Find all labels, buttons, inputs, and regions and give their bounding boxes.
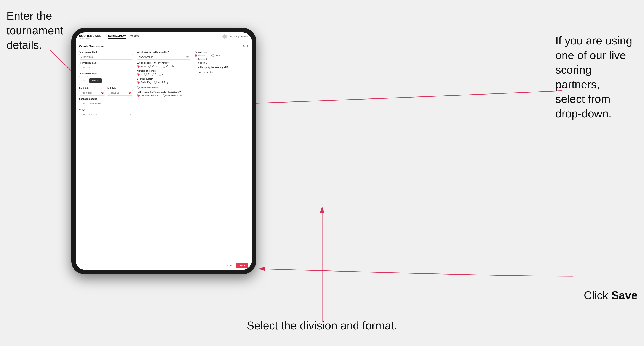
end-date-group: End date 📅 [107, 87, 133, 96]
format-6count5[interactable]: 6 count 5 [195, 61, 248, 64]
scoring-stroke-label: Stroke Play [140, 81, 152, 84]
format-label: Format type [195, 51, 248, 53]
rounds-4-radio[interactable] [159, 73, 161, 76]
gender-combined[interactable]: Combined [163, 65, 176, 68]
back-button[interactable]: ‹ Back [242, 45, 248, 47]
scoring-medal-match-label: Medal Match Play [140, 86, 158, 89]
rounds-4[interactable]: 4 [159, 73, 164, 76]
venue-label: Venue [79, 109, 133, 111]
division-select[interactable]: NCAA Division I [137, 54, 191, 60]
logo-text: SCOREBOARD [79, 34, 102, 37]
app-body: Create Tournament ‹ Back Tournament Host… [76, 41, 252, 261]
live-scoring-expand-icon[interactable]: ⁝ [246, 71, 246, 73]
rounds-3-radio[interactable] [152, 73, 154, 76]
end-date-wrapper: 📅 [107, 90, 133, 96]
annotation-bottom-right-bold: Save [611, 289, 638, 302]
format-6count5-radio[interactable] [195, 61, 197, 64]
format-5count4[interactable]: 5 count 4 [195, 54, 207, 57]
format-other-label: Other [215, 54, 220, 57]
gender-womens-label: Womens [152, 65, 160, 68]
rounds-group: Number of rounds 1 2 [137, 70, 191, 76]
live-scoring-group: Use third-party live scoring API? Leader… [195, 66, 248, 75]
format-6count4-radio[interactable] [195, 58, 197, 60]
annotation-top-right-text: If you are using one of our live scoring… [555, 34, 632, 120]
scoring-group: Scoring system Stroke Play Match Play [137, 78, 191, 89]
start-date-wrapper: 📅 [79, 90, 105, 96]
annotation-bottom-right: Click Save [584, 288, 638, 303]
team-group: Is this event for Teams and/or Individua… [137, 91, 191, 97]
sponsor-input[interactable] [79, 101, 133, 106]
form-col3: Format type 5 count 4 Other [195, 51, 248, 117]
tournament-name-input[interactable] [79, 65, 133, 70]
tournament-name-label: Tournament name [79, 62, 133, 64]
rounds-1[interactable]: 1 [137, 73, 142, 76]
division-group: Which division is the event for? NCAA Di… [137, 51, 191, 60]
rounds-2-radio[interactable] [144, 73, 147, 76]
tournament-host-label: Tournament Host [79, 51, 133, 53]
start-date-calendar-icon: 📅 [101, 92, 104, 94]
tournament-logo-group: Tournament logo Upload [79, 73, 133, 85]
scoring-medal-match-radio[interactable] [137, 86, 140, 89]
gender-womens[interactable]: Womens [148, 65, 160, 68]
rounds-2-label: 2 [148, 73, 149, 76]
app-header: SCOREBOARD Powered by clippit TOURNAMENT… [76, 32, 252, 41]
save-button[interactable]: Save [236, 263, 248, 268]
venue-input[interactable] [79, 112, 133, 117]
rounds-3[interactable]: 3 [152, 73, 156, 76]
end-date-label: End date [107, 87, 133, 89]
gender-womens-radio[interactable] [148, 65, 151, 68]
form-col2: Which division is the event for? NCAA Di… [137, 51, 191, 117]
nav-teams[interactable]: TEAMS [130, 34, 139, 39]
rounds-1-radio[interactable] [137, 73, 140, 76]
date-row: Start date 📅 End date 📅 [79, 87, 133, 96]
live-scoring-tag: Leaderboard King [197, 71, 214, 73]
live-scoring-controls: ✕ ⁝ [242, 71, 246, 74]
scoring-match-label: Match Play [158, 81, 168, 84]
nav-tournaments[interactable]: TOURNAMENTS [108, 34, 126, 39]
venue-chevron-icon: ▾ [130, 113, 132, 116]
format-6count4[interactable]: 6 count 4 [195, 58, 248, 60]
gender-group: Which gender is the event for? Mens Wome… [137, 62, 191, 68]
scoring-match-radio[interactable] [154, 81, 157, 84]
scoring-match[interactable]: Match Play [154, 81, 168, 84]
scoring-stroke[interactable]: Stroke Play [137, 81, 152, 84]
gender-mens[interactable]: Mens [137, 65, 146, 68]
scoring-stroke-radio[interactable] [137, 81, 140, 84]
rounds-2[interactable]: 2 [144, 73, 149, 76]
live-scoring-select[interactable]: Leaderboard King ✕ ⁝ [195, 69, 248, 75]
annotation-top-right: If you are using one of our live scoring… [555, 33, 638, 121]
live-scoring-clear-icon[interactable]: ✕ [242, 71, 244, 74]
form-columns: Tournament Host ▾ Tournament name Tourna [79, 51, 248, 117]
svg-point-5 [83, 80, 83, 80]
sign-out-link[interactable]: Sign out [240, 35, 248, 38]
start-date-group: Start date 📅 [79, 87, 105, 96]
tournament-host-wrapper: ▾ [79, 54, 133, 60]
annotation-bottom-center-text: Select the division and format. [247, 319, 397, 332]
annotation-bottom-right-prefix: Click [584, 289, 611, 302]
team-teams[interactable]: Teams (+Individuals) [137, 94, 160, 97]
user-name: Test User | [228, 35, 239, 38]
scoring-medal-match[interactable]: Medal Match Play [137, 86, 158, 89]
format-other-radio[interactable] [212, 54, 214, 57]
gender-combined-label: Combined [166, 65, 176, 68]
format-other[interactable]: Other [212, 54, 220, 57]
upload-button[interactable]: Upload [90, 78, 102, 83]
cancel-button[interactable]: Cancel [222, 263, 234, 268]
gender-label: Which gender is the event for? [137, 62, 191, 64]
annotation-top-left-text: Enter the tournament details. [6, 9, 63, 51]
tablet-screen: SCOREBOARD Powered by clippit TOURNAMENT… [76, 32, 252, 270]
team-individuals-radio[interactable] [163, 94, 166, 97]
format-5count4-radio[interactable] [195, 54, 197, 57]
form-col1: Tournament Host ▾ Tournament name Tourna [79, 51, 133, 117]
gender-combined-radio[interactable] [163, 65, 166, 68]
rounds-radio-row: 1 2 3 [137, 73, 191, 76]
tournament-host-input[interactable] [79, 54, 133, 60]
team-radio-row: Teams (+Individuals) Individuals Only [137, 94, 191, 97]
live-scoring-value: Leaderboard King [197, 71, 214, 73]
gender-mens-radio[interactable] [137, 65, 140, 68]
live-scoring-label: Use third-party live scoring API? [195, 66, 248, 69]
team-label: Is this event for Teams and/or Individua… [137, 91, 191, 93]
header-right: U Test User | Sign out [222, 34, 248, 39]
team-teams-radio[interactable] [137, 94, 140, 97]
team-individuals[interactable]: Individuals Only [163, 94, 182, 97]
